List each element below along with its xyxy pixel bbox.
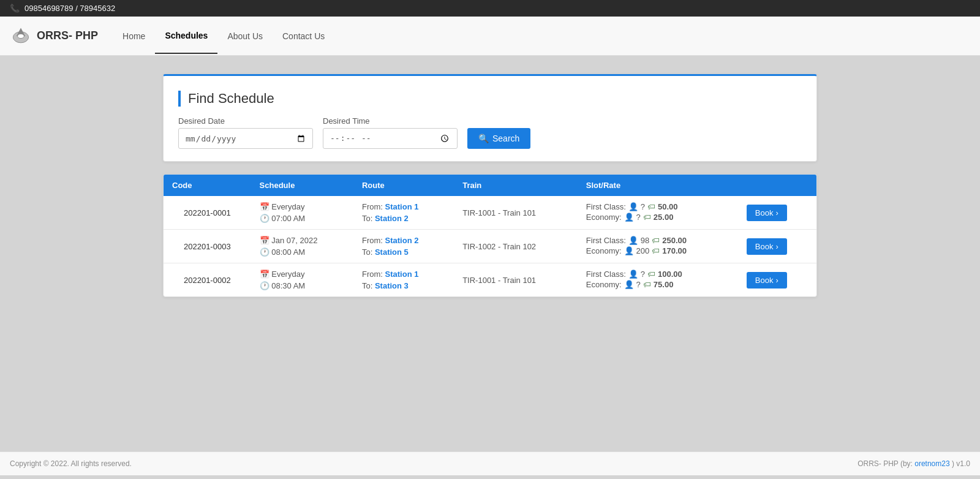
schedule-time: 🕐 08:00 AM [260,247,345,257]
book-button[interactable]: Book › [747,205,787,221]
nav-link-home[interactable]: Home [113,19,155,53]
clock-icon: 🕐 [260,281,270,290]
calendar-icon: 📅 [260,270,270,279]
schedule-type: 📅 Everyday [260,270,345,279]
phone-number: 09854698789 / 78945632 [24,4,115,13]
col-action [738,175,816,196]
tag-icon: 🏷 [647,202,655,211]
cell-code: 202201-0002 [164,263,251,297]
economy-row: Economy: 👤 200 🏷 170.00 [586,246,729,255]
col-route: Route [353,175,454,196]
cell-route: From: Station 2 To: Station 5 [353,230,454,263]
cell-slot-rate: First Class: 👤 ? 🏷 100.00 Economy: 👤 ? 🏷… [578,263,738,297]
cell-code: 202201-0003 [164,230,251,263]
cell-schedule: 📅 Everyday 🕐 08:30 AM [251,263,353,297]
cell-slot-rate: First Class: 👤 ? 🏷 50.00 Economy: 👤 ? 🏷 … [578,196,738,230]
person-icon: 👤 [628,202,638,211]
col-code: Code [164,175,251,196]
container: Find Schedule Desired Date Desired Time … [153,74,827,297]
cell-action: Book › [738,263,816,297]
first-class-rate: 100.00 [658,270,682,279]
economy-rate: 75.00 [654,280,674,289]
economy-row: Economy: 👤 ? 🏷 75.00 [586,280,729,289]
economy-rate: 170.00 [662,246,687,255]
find-schedule-card: Find Schedule Desired Date Desired Time … [163,74,817,162]
nav-item-schedules[interactable]: Schedules [155,18,217,54]
topbar: 📞 09854698789 / 78945632 [0,0,980,17]
navbar: ORRS- PHP Home Schedules About Us Contac… [0,17,980,56]
clock-icon: 🕐 [260,247,270,257]
copyright: Copyright © 2022. All rights reserved. [10,459,132,468]
brand: ORRS- PHP [10,25,98,47]
person-icon-eco: 👤 [624,280,634,289]
schedule-type: 📅 Jan 07, 2022 [260,236,345,245]
cell-schedule: 📅 Jan 07, 2022 🕐 08:00 AM [251,230,353,263]
book-label: Book [755,208,774,217]
table-row: 202201-0003 📅 Jan 07, 2022 🕐 08:00 AM Fr… [164,230,816,263]
nav-item-contact[interactable]: Contact Us [273,19,334,53]
cell-train: TIR-1001 - Train 101 [454,196,578,230]
table-row: 202201-0001 📅 Everyday 🕐 07:00 AM From: … [164,196,816,230]
nav-item-about[interactable]: About Us [217,19,273,53]
route-to: To: Station 5 [362,247,445,257]
route-to: To: Station 3 [362,281,445,290]
nav-link-schedules[interactable]: Schedules [155,18,217,54]
author-link[interactable]: oretnom23 [914,459,949,468]
economy-row: Economy: 👤 ? 🏷 25.00 [586,213,729,222]
tag-icon-eco: 🏷 [652,246,660,255]
main-content: Find Schedule Desired Date Desired Time … [0,56,980,451]
nav-item-home[interactable]: Home [113,19,155,53]
search-form: Desired Date Desired Time 🔍 Search [178,116,802,149]
nav-link-contact[interactable]: Contact Us [273,19,334,53]
table-header: Code Schedule Route Train Slot/Rate [164,175,816,196]
cell-slot-rate: First Class: 👤 98 🏷 250.00 Economy: 👤 20… [578,230,738,263]
date-input[interactable] [178,128,313,149]
economy-rate: 25.00 [654,213,674,222]
first-class-slots: ? [641,202,645,211]
schedule-time: 🕐 07:00 AM [260,214,345,223]
route-from: From: Station 2 [362,236,445,245]
tag-icon: 🏷 [652,236,660,245]
cell-code: 202201-0001 [164,196,251,230]
table-row: 202201-0002 📅 Everyday 🕐 08:30 AM From: … [164,263,816,297]
calendar-icon: 📅 [260,202,270,211]
book-label: Book [755,242,774,251]
card-title: Find Schedule [178,91,802,107]
footer: Copyright © 2022. All rights reserved. O… [0,451,980,475]
schedule-time: 🕐 08:30 AM [260,281,345,290]
search-button[interactable]: 🔍 Search [467,128,530,149]
book-button[interactable]: Book › [747,272,787,289]
person-icon: 👤 [628,236,638,245]
date-group: Desired Date [178,116,313,149]
nav-links: Home Schedules About Us Contact Us [113,18,334,54]
time-input[interactable] [323,128,458,149]
nav-link-about[interactable]: About Us [217,19,273,53]
person-icon-eco: 👤 [624,213,634,222]
time-label: Desired Time [323,116,458,126]
chevron-icon: › [776,276,778,285]
brand-name: ORRS- PHP [37,29,98,42]
book-button[interactable]: Book › [747,238,787,255]
first-class-slots: ? [641,270,645,279]
svg-point-2 [18,34,24,38]
slot-label-economy: Economy: [586,213,622,222]
cell-train: TIR-1002 - Train 102 [454,230,578,263]
economy-slots: 200 [636,246,650,255]
cell-schedule: 📅 Everyday 🕐 07:00 AM [251,196,353,230]
first-class-rate: 50.00 [658,202,678,211]
clock-icon: 🕐 [260,214,270,223]
logo-icon [10,25,32,47]
search-icon: 🔍 [478,134,489,143]
first-class-slots: 98 [641,236,649,245]
credits: ORRS- PHP (by: oretnom23 ) v1.0 [858,459,970,468]
economy-slots: ? [636,213,641,222]
first-class-row: First Class: 👤 ? 🏷 50.00 [586,202,729,211]
schedule-table: Code Schedule Route Train Slot/Rate 2022… [164,175,816,296]
col-slot-rate: Slot/Rate [578,175,738,196]
route-from: From: Station 1 [362,270,445,279]
person-icon-eco: 👤 [624,246,634,255]
col-schedule: Schedule [251,175,353,196]
tag-icon-eco: 🏷 [643,213,651,222]
schedule-type: 📅 Everyday [260,202,345,211]
date-label: Desired Date [178,116,313,126]
